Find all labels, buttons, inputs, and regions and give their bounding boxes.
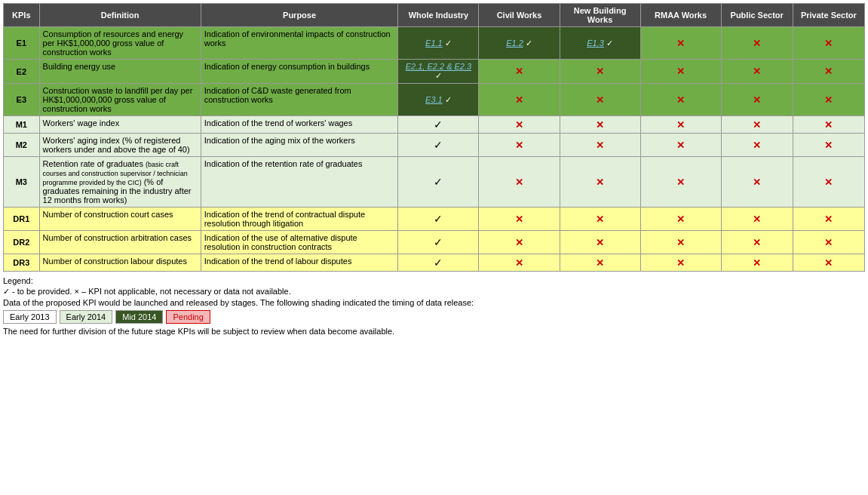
priv-cell-m1: ✕ <box>793 116 864 134</box>
wi-cell-m3: ✓ <box>398 157 479 208</box>
ps-cell-e2: ✕ <box>721 60 793 84</box>
ps-cell-m1: ✕ <box>721 116 793 134</box>
ps-cell-e3: ✕ <box>721 84 793 116</box>
rmaa-cell-dr2: ✕ <box>640 231 721 254</box>
priv-cell-e1: ✕ <box>793 27 864 60</box>
header-whole-industry: Whole Industry <box>398 4 479 27</box>
main-table-wrapper: KPIs Definition Purpose Whole Industry C… <box>3 3 865 272</box>
table-row: M3Retention rate of graduates (basic cra… <box>4 157 865 208</box>
def-cell-dr3: Number of construction labour disputes <box>39 254 201 272</box>
def-cell-dr2: Number of construction arbitration cases <box>39 231 201 254</box>
ps-cell-dr1: ✕ <box>721 208 793 231</box>
table-row: M1Workers' wage indexIndication of the t… <box>4 116 865 134</box>
header-private-sector: Private Sector <box>793 4 864 27</box>
nbw-cell-dr1: ✕ <box>560 208 640 231</box>
table-row: DR1Number of construction court casesInd… <box>4 208 865 231</box>
ps-cell-e1: ✕ <box>721 27 793 60</box>
header-public-sector: Public Sector <box>721 4 793 27</box>
legend-boxes: Early 2013Early 2014Mid 2014Pending <box>3 310 865 324</box>
rmaa-cell-e3: ✕ <box>640 84 721 116</box>
rmaa-cell-e1: ✕ <box>640 27 721 60</box>
header-new-building-works: New Building Works <box>560 4 640 27</box>
rmaa-cell-m1: ✕ <box>640 116 721 134</box>
def-cell-e1: Consumption of resources and energy per … <box>39 27 201 60</box>
rmaa-cell-e2: ✕ <box>640 60 721 84</box>
ps-cell-dr3: ✕ <box>721 254 793 272</box>
cw-cell-m2: ✕ <box>479 134 560 157</box>
table-row: M2Workers' aging index (% of registered … <box>4 134 865 157</box>
legend-title: Legend: <box>3 276 865 285</box>
legend-item1: ✓ - to be provided. × – KPI not applicab… <box>3 287 865 297</box>
cw-cell-e2: ✕ <box>479 60 560 84</box>
wi-cell-m1: ✓ <box>398 116 479 134</box>
priv-cell-dr2: ✕ <box>793 231 864 254</box>
nbw-cell-m1: ✕ <box>560 116 640 134</box>
pur-cell-m1: Indication of the trend of workers' wage… <box>201 116 398 134</box>
priv-cell-dr1: ✕ <box>793 208 864 231</box>
header-kpi: KPIs <box>4 4 40 27</box>
nbw-cell-dr2: ✕ <box>560 231 640 254</box>
cw-cell-dr1: ✕ <box>479 208 560 231</box>
kpi-cell-dr3: DR3 <box>4 254 40 272</box>
def-cell-m1: Workers' wage index <box>39 116 201 134</box>
pur-cell-m2: Indication of the aging mix of the worke… <box>201 134 398 157</box>
nbw-cell-dr3: ✕ <box>560 254 640 272</box>
def-cell-e2: Building energy use <box>39 60 201 84</box>
pur-cell-m3: Indication of the retention rate of grad… <box>201 157 398 208</box>
rmaa-cell-dr3: ✕ <box>640 254 721 272</box>
nbw-cell-e2: ✕ <box>560 60 640 84</box>
wi-cell-dr3: ✓ <box>398 254 479 272</box>
priv-cell-dr3: ✕ <box>793 254 864 272</box>
rmaa-cell-m3: ✕ <box>640 157 721 208</box>
rmaa-cell-m2: ✕ <box>640 134 721 157</box>
kpi-cell-m2: M2 <box>4 134 40 157</box>
cw-cell-dr2: ✕ <box>479 231 560 254</box>
priv-cell-e2: ✕ <box>793 60 864 84</box>
def-cell-m3: Retention rate of graduates (basic craft… <box>39 157 201 208</box>
nbw-cell-m3: ✕ <box>560 157 640 208</box>
kpi-cell-dr1: DR1 <box>4 208 40 231</box>
header-rmaa-works: RMAA Works <box>640 4 721 27</box>
ps-cell-m2: ✕ <box>721 134 793 157</box>
cw-cell-e3: ✕ <box>479 84 560 116</box>
pur-cell-e2: Indication of energy consumption in buil… <box>201 60 398 84</box>
kpi-cell-e2: E2 <box>4 60 40 84</box>
header-definition: Definition <box>39 4 201 27</box>
wi-cell-dr2: ✓ <box>398 231 479 254</box>
kpi-table: KPIs Definition Purpose Whole Industry C… <box>3 3 865 272</box>
pur-cell-e3: Indication of C&D waste generated from c… <box>201 84 398 116</box>
table-row: E3Construction waste to landfill per day… <box>4 84 865 116</box>
priv-cell-m2: ✕ <box>793 134 864 157</box>
nbw-cell-e1: E1.3 ✓ <box>560 27 640 60</box>
legend-section: Legend: ✓ - to be provided. × – KPI not … <box>3 276 865 336</box>
header-civil-works: Civil Works <box>479 4 560 27</box>
pur-cell-dr2: Indication of the use of alternative dis… <box>201 231 398 254</box>
legend-box: Mid 2014 <box>115 310 163 324</box>
priv-cell-e3: ✕ <box>793 84 864 116</box>
kpi-cell-e1: E1 <box>4 27 40 60</box>
legend-item2: Data of the proposed KPI would be launch… <box>3 298 865 307</box>
wi-cell-dr1: ✓ <box>398 208 479 231</box>
nbw-cell-e3: ✕ <box>560 84 640 116</box>
kpi-cell-dr2: DR2 <box>4 231 40 254</box>
legend-box: Pending <box>166 310 210 324</box>
pur-cell-e1: Indication of environmental impacts of c… <box>201 27 398 60</box>
pur-cell-dr1: Indication of the trend of contractual d… <box>201 208 398 231</box>
wi-cell-e3: E3.1 ✓ <box>398 84 479 116</box>
cw-cell-e1: E1.2 ✓ <box>479 27 560 60</box>
def-cell-e3: Construction waste to landfill per day p… <box>39 84 201 116</box>
wi-cell-e1: E1.1 ✓ <box>398 27 479 60</box>
wi-cell-e2: E2.1, E2.2 & E2.3 ✓ <box>398 60 479 84</box>
ps-cell-m3: ✕ <box>721 157 793 208</box>
def-cell-dr1: Number of construction court cases <box>39 208 201 231</box>
kpi-cell-m3: M3 <box>4 157 40 208</box>
header-purpose: Purpose <box>201 4 398 27</box>
cw-cell-dr3: ✕ <box>479 254 560 272</box>
cw-cell-m1: ✕ <box>479 116 560 134</box>
rmaa-cell-dr1: ✕ <box>640 208 721 231</box>
cw-cell-m3: ✕ <box>479 157 560 208</box>
kpi-cell-e3: E3 <box>4 84 40 116</box>
wi-cell-m2: ✓ <box>398 134 479 157</box>
def-cell-m2: Workers' aging index (% of registered wo… <box>39 134 201 157</box>
legend-box: Early 2013 <box>3 310 57 324</box>
